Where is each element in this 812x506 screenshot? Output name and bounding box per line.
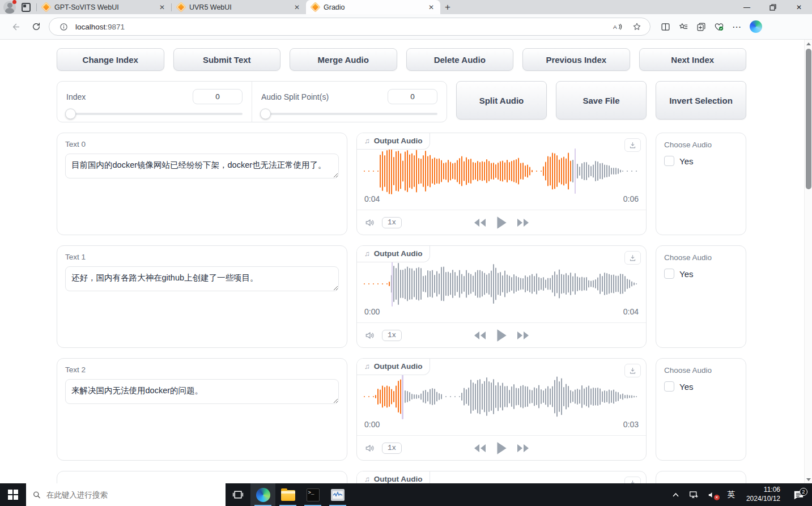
favorites-icon[interactable]	[678, 22, 688, 32]
split-audio-button[interactable]: Split Audio	[456, 81, 547, 120]
total-time: 0:06	[623, 194, 639, 203]
taskbar-cmd-button[interactable]: >_	[300, 483, 325, 506]
restore-button[interactable]	[760, 0, 786, 14]
audio-controls: 1x	[357, 435, 646, 460]
play-icon[interactable]	[495, 441, 508, 456]
notification-center-button[interactable]: 2	[787, 490, 810, 500]
minimize-button[interactable]: —	[734, 0, 760, 14]
choose-audio-checkbox[interactable]	[664, 269, 674, 279]
scrollbar-thumb[interactable]	[806, 49, 811, 189]
scroll-down-icon[interactable]	[805, 475, 812, 483]
playback-speed-button[interactable]: 1x	[382, 443, 402, 454]
download-audio-button[interactable]	[624, 251, 641, 265]
playback-speed-button[interactable]: 1x	[382, 330, 402, 341]
taskbar-clock[interactable]: 11:06 2024/10/12	[742, 486, 785, 503]
skip-forward-icon[interactable]	[516, 217, 530, 228]
media-app-icon	[331, 489, 345, 501]
choose-panel-2: Choose Audio Yes	[656, 358, 746, 461]
skip-forward-icon[interactable]	[516, 330, 530, 341]
index-slider[interactable]	[66, 113, 243, 115]
workspaces-icon[interactable]	[22, 3, 31, 12]
close-button[interactable]: ✕	[786, 0, 812, 14]
url-text[interactable]: localhost:9871	[75, 23, 606, 31]
start-button[interactable]	[0, 483, 26, 506]
delete-audio-button[interactable]: Delete Audio	[406, 48, 514, 71]
search-icon	[33, 491, 41, 499]
merge-audio-button[interactable]: Merge Audio	[290, 48, 397, 71]
waveform[interactable]	[364, 376, 639, 417]
skip-back-icon[interactable]	[473, 217, 487, 228]
tab-close-icon[interactable]: ✕	[292, 3, 301, 11]
volume-icon[interactable]	[364, 330, 376, 341]
change-index-button[interactable]: Change Index	[57, 48, 164, 71]
previous-index-button[interactable]: Previous Index	[522, 48, 630, 71]
browser-essentials-icon[interactable]	[714, 22, 724, 32]
index-number-input[interactable]	[193, 89, 243, 104]
skip-forward-icon[interactable]	[516, 443, 530, 454]
text-input-1[interactable]: 还好，国内有各路大神在github上创建了一些项目。	[65, 266, 339, 291]
current-time: 0:00	[364, 307, 380, 316]
taskbar-media-app-button[interactable]	[325, 483, 350, 506]
task-view-button[interactable]	[226, 483, 250, 506]
volume-icon[interactable]	[364, 217, 376, 228]
playback-speed-button[interactable]: 1x	[382, 217, 402, 228]
taskbar-search[interactable]	[26, 483, 226, 506]
play-icon[interactable]	[495, 215, 508, 230]
new-tab-button[interactable]: +	[440, 0, 455, 14]
next-index-button[interactable]: Next Index	[639, 48, 747, 71]
playback-cursor[interactable]	[402, 374, 403, 419]
search-input[interactable]	[46, 491, 219, 499]
choose-audio-checkbox[interactable]	[664, 156, 674, 166]
profile-avatar[interactable]	[3, 1, 16, 14]
play-icon[interactable]	[495, 328, 508, 343]
tab-uvr5[interactable]: UVR5 WebUI ✕	[172, 0, 306, 14]
invert-selection-button[interactable]: Invert Selection	[656, 81, 746, 120]
scroll-up-icon[interactable]	[805, 40, 812, 48]
checkbox-label: Yes	[679, 156, 693, 166]
save-file-button[interactable]: Save File	[556, 81, 647, 120]
submit-text-button[interactable]: Submit Text	[173, 48, 281, 71]
back-icon[interactable]	[8, 19, 24, 35]
download-audio-button[interactable]	[624, 364, 641, 377]
collections-icon[interactable]	[696, 22, 706, 32]
tray-chevron-icon[interactable]	[668, 483, 684, 506]
text-input-0[interactable]: 目前国内的docker镜像网站已经纷纷下架，docker也无法正常使用了。	[65, 154, 339, 178]
taskbar-edge-button[interactable]	[250, 483, 275, 506]
refresh-icon[interactable]	[28, 19, 44, 35]
page-scrollbar[interactable]	[804, 40, 812, 483]
ime-indicator[interactable]: 英	[722, 490, 739, 500]
split-number-input[interactable]	[388, 89, 437, 104]
skip-back-icon[interactable]	[473, 443, 487, 454]
tab-close-icon[interactable]: ✕	[158, 3, 167, 11]
tab-label: Gradio	[324, 3, 422, 11]
audio-row-0: Text 0 目前国内的docker镜像网站已经纷纷下架，docker也无法正常…	[57, 133, 746, 235]
read-aloud-icon[interactable]: A	[610, 19, 625, 34]
volume-muted-icon[interactable]: ✕	[704, 483, 720, 506]
skip-back-icon[interactable]	[473, 330, 487, 341]
favorite-star-icon[interactable]	[630, 19, 644, 34]
volume-icon[interactable]	[364, 443, 376, 454]
tab-gpt-sovits[interactable]: GPT-SoVITS WebUI ✕	[37, 0, 171, 14]
download-audio-button[interactable]	[624, 477, 641, 483]
tab-close-icon[interactable]: ✕	[427, 3, 436, 11]
waveform[interactable]	[364, 151, 639, 192]
text-input-2[interactable]: 来解决国内无法使用docker的问题。	[65, 379, 339, 404]
network-icon[interactable]	[686, 483, 702, 506]
address-bar[interactable]: localhost:9871 A	[49, 18, 651, 36]
more-menu-icon[interactable]: ⋯	[732, 22, 742, 32]
playback-cursor[interactable]	[575, 148, 576, 194]
split-slider[interactable]	[261, 113, 437, 115]
playback-cursor[interactable]	[392, 261, 393, 307]
audio-row-3: Text 3 ♫Output Audio Choose Audio	[57, 471, 746, 483]
split-screen-icon[interactable]	[661, 22, 670, 32]
info-icon[interactable]	[56, 19, 71, 34]
index-slider-thumb[interactable]	[65, 109, 76, 120]
copilot-icon[interactable]	[750, 20, 762, 33]
choose-audio-checkbox[interactable]	[664, 381, 674, 392]
choose-audio-label: Choose Audio	[664, 366, 738, 375]
tab-gradio[interactable]: Gradio ✕	[306, 0, 440, 14]
taskbar-explorer-button[interactable]	[275, 483, 300, 506]
download-audio-button[interactable]	[624, 138, 641, 152]
split-slider-thumb[interactable]	[260, 109, 271, 120]
waveform[interactable]	[364, 263, 639, 304]
